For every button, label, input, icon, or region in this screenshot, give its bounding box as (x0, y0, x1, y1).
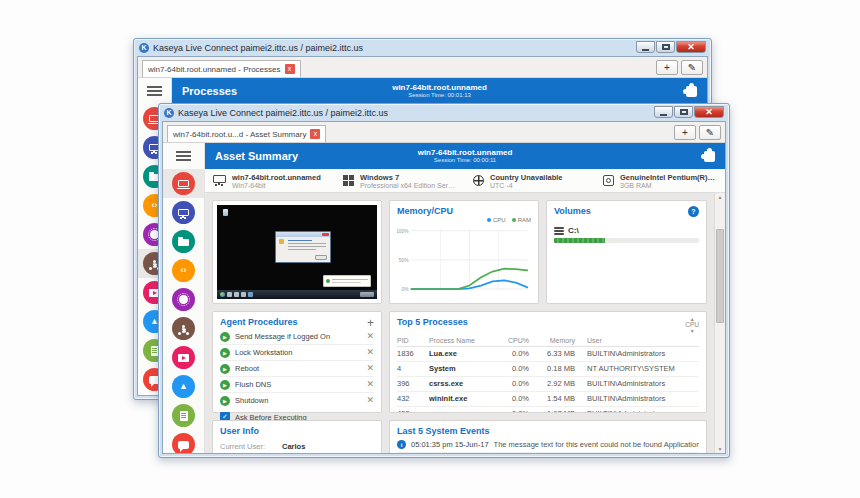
minimize-icon (660, 114, 667, 116)
tab-asset-summary[interactable]: win7-64bit.root.u...d - Asset Summary x (167, 125, 326, 142)
new-tab-button[interactable]: + (674, 125, 696, 140)
command-shell-icon: ‹› (152, 201, 158, 210)
tab-label: win7-64bit.root.unnamed - Processes (148, 65, 281, 74)
page-title: Asset Summary (215, 150, 298, 162)
table-row[interactable]: 1836Lua.exe 0.0%6.33 MB BUILTIN\Administ… (397, 347, 699, 362)
edit-tabs-button[interactable]: ✎ (699, 125, 721, 140)
sidebar-item-services[interactable] (163, 285, 204, 314)
chat-icon (178, 441, 189, 449)
windows-logo-icon (343, 175, 354, 186)
top-processes-card: Top 5 Processes ▲ CPU ▼ PID P (389, 311, 707, 413)
sidebar-item-processes[interactable] (163, 314, 204, 343)
page-header: Processes win7-64bit.root.unnamed Sessio… (172, 78, 707, 104)
sidebar-item-file-manager[interactable] (163, 227, 204, 256)
table-row[interactable]: 452csrss.exe 0.0%1.97 MB BUILTIN\Adminis… (397, 407, 699, 414)
run-procedure-button[interactable]: ▶ (220, 396, 230, 406)
run-procedure-button[interactable]: ▶ (220, 380, 230, 390)
info-sub: Win7-64bit (232, 182, 321, 189)
remove-procedure-button[interactable]: ✕ (366, 332, 374, 341)
event-row: i 05:01:35 pm 15-Jun-17 The message text… (397, 436, 699, 453)
asset-summary-content: Memory/CPU CPU RAM 0%50%100% Volumes (205, 193, 714, 453)
info-title: GenuineIntel Pentium(R) Dual-Core C... (620, 173, 717, 182)
sidebar-item-registry-editor[interactable] (163, 343, 204, 372)
maximize-button[interactable] (674, 106, 693, 118)
tab-processes[interactable]: win7-64bit.root.unnamed - Processes x (142, 60, 301, 77)
tab-strip: win7-64bit.root.u...d - Asset Summary x … (163, 122, 725, 143)
edit-tabs-button[interactable]: ✎ (681, 60, 703, 75)
sidebar-item-event-log[interactable]: ▲ (163, 372, 204, 401)
agent-data-icon (180, 411, 188, 421)
run-procedure-button[interactable]: ▶ (220, 332, 230, 342)
processes-icon (182, 325, 185, 328)
remove-procedure-button[interactable]: ✕ (366, 396, 374, 405)
event-log-icon: ▲ (179, 382, 188, 391)
run-procedure-button[interactable]: ▶ (220, 348, 230, 358)
sidebar-item-agent-data[interactable] (163, 401, 204, 430)
chart-legend: CPU RAM (397, 217, 531, 223)
sidebar-item-asset-summary[interactable] (163, 169, 204, 198)
new-tab-button[interactable]: + (656, 60, 678, 75)
titlebar[interactable]: K Kaseya Live Connect paimei2.ittc.us / … (162, 104, 726, 121)
close-button[interactable]: ✕ (676, 41, 706, 53)
sidebar-item-remote-control[interactable] (163, 198, 204, 227)
recycle-bin-icon (223, 209, 228, 216)
procedure-label: Flush DNS (235, 380, 361, 389)
monitor-icon (213, 175, 226, 183)
table-row[interactable]: 396csrss.exe 0.0%2.92 MB BUILTIN\Adminis… (397, 377, 699, 392)
sidebar-item-chat[interactable] (163, 430, 204, 454)
plugins-puzzle-icon[interactable] (704, 151, 715, 162)
cpu-icon (603, 175, 614, 186)
user-info-title: User Info (220, 426, 259, 436)
maximize-button[interactable] (656, 41, 675, 53)
add-procedure-button[interactable]: + (367, 317, 374, 329)
tab-close-icon[interactable]: x (310, 129, 320, 139)
memory-cpu-card: Memory/CPU CPU RAM 0%50%100% (389, 200, 539, 304)
minimize-button[interactable] (654, 106, 673, 118)
scroll-down-icon[interactable]: ▼ (715, 446, 725, 452)
plugins-puzzle-icon[interactable] (686, 86, 697, 97)
tab-label: win7-64bit.root.u...d - Asset Summary (173, 130, 306, 139)
table-row[interactable]: 4System 0.0%0.18 MB NT AUTHORITY\SYSTEM (397, 362, 699, 377)
menu-button[interactable] (163, 143, 204, 169)
globe-icon (473, 175, 484, 186)
remove-procedure-button[interactable]: ✕ (366, 364, 374, 373)
agent-procedures-title: Agent Procedures (220, 317, 298, 327)
mini-notification (323, 275, 371, 287)
event-text: The message text for this event could no… (494, 440, 699, 449)
window-title: Kaseya Live Connect paimei2.ittc.us / pa… (153, 43, 363, 53)
sort-by-control[interactable]: ▲ CPU ▼ (685, 317, 699, 334)
tab-close-icon[interactable]: x (285, 64, 295, 74)
field-value: Carlos (282, 442, 305, 451)
procedure-label: Reboot (235, 364, 361, 373)
remove-procedure-button[interactable]: ✕ (366, 380, 374, 389)
procedure-label: Lock Workstation (235, 348, 361, 357)
ram-legend-label: RAM (518, 217, 531, 223)
close-button[interactable]: ✕ (694, 106, 724, 118)
machine-name: win7-64bit.root.unnamed (172, 84, 707, 93)
remote-control-icon (178, 209, 189, 216)
run-procedure-button[interactable]: ▶ (220, 364, 230, 374)
kaseya-logo-icon: K (139, 43, 149, 53)
remove-procedure-button[interactable]: ✕ (366, 348, 374, 357)
info-title: Country Unavailable (490, 173, 563, 182)
menu-button[interactable] (138, 78, 171, 104)
help-icon[interactable]: ? (688, 206, 699, 217)
drive-usage-bar (554, 238, 699, 243)
desktop-preview-card[interactable] (212, 200, 382, 304)
vertical-scrollbar[interactable]: ▲ ▼ (714, 193, 725, 453)
kaseya-logo-icon: K (164, 108, 174, 118)
process-table: PID Process Name CPU% Memory User 1836Lu… (397, 336, 699, 414)
info-os: Windows 7 Professional x64 Edition Servi… (335, 173, 465, 189)
minimize-button[interactable] (636, 41, 655, 53)
window-asset-summary: K Kaseya Live Connect paimei2.ittc.us / … (158, 103, 730, 458)
asset-info-strip: win7-64bit.root.unnamed Win7-64bit Windo… (205, 169, 725, 193)
sidebar-item-command-shell[interactable]: ‹› (163, 256, 204, 285)
scroll-up-icon[interactable]: ▲ (715, 194, 725, 200)
scrollbar-thumb[interactable] (716, 229, 724, 323)
titlebar[interactable]: K Kaseya Live Connect paimei2.ittc.us / … (137, 39, 708, 56)
info-hardware: GenuineIntel Pentium(R) Dual-Core C... 3… (595, 173, 725, 189)
svg-text:0%: 0% (402, 286, 409, 293)
table-row[interactable]: 432wininit.exe 0.0%1.54 MB BUILTIN\Admin… (397, 392, 699, 407)
drive-label: C:\ (568, 226, 579, 235)
file-manager-icon (178, 239, 189, 246)
